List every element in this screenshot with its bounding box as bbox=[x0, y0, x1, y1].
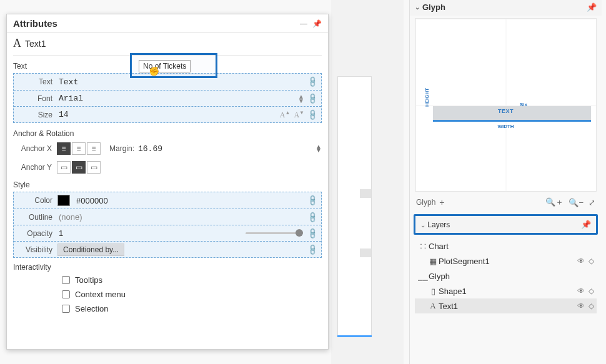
zoom-fit-icon[interactable]: ⤢ bbox=[589, 198, 595, 207]
visibility-toggle-icon[interactable]: 👁 bbox=[577, 287, 585, 295]
margin-label: Margin: bbox=[109, 144, 134, 153]
prop-visibility-row[interactable]: Visibility Conditioned by... 🔗 bbox=[14, 241, 321, 257]
prop-visibility-label: Visibility bbox=[14, 245, 57, 254]
link-icon[interactable]: 🔗 bbox=[306, 243, 319, 256]
prop-outline-row[interactable]: Outline (none) 🔗 bbox=[14, 209, 321, 225]
prop-opacity-row[interactable]: Opacity 1 🔗 bbox=[14, 225, 321, 241]
context-menu-label: Context menu bbox=[75, 290, 126, 299]
color-swatch[interactable] bbox=[57, 195, 70, 206]
erase-icon[interactable]: ◇ bbox=[589, 302, 594, 310]
layer-row-glyph[interactable]: ⎯⎯Glyph bbox=[415, 268, 597, 283]
minimize-icon[interactable]: — bbox=[300, 19, 307, 28]
zoom-out-icon[interactable]: 🔍− bbox=[569, 198, 584, 207]
layer-row-chart[interactable]: ⸬Chart bbox=[415, 239, 597, 253]
pin-icon[interactable]: 📌 bbox=[587, 2, 597, 12]
prop-size-label: Size bbox=[14, 111, 57, 119]
zoom-in-icon[interactable]: 🔍＋ bbox=[545, 197, 564, 208]
anchor-x-left-button[interactable]: ≡ bbox=[57, 142, 71, 155]
chevron-down-icon[interactable]: ⌄ bbox=[420, 222, 425, 229]
anchor-x-label: Anchor X bbox=[13, 144, 57, 153]
link-icon[interactable]: 🔗 bbox=[306, 108, 319, 121]
prop-outline-label: Outline bbox=[14, 213, 57, 222]
plot-card bbox=[337, 76, 372, 336]
grid-icon: ▦ bbox=[427, 257, 439, 266]
glyph-toolbar: Glyph + 🔍＋ 🔍− ⤢ bbox=[410, 195, 602, 212]
link-icon[interactable]: 🔗 bbox=[306, 194, 319, 207]
erase-icon[interactable]: ◇ bbox=[589, 287, 594, 295]
glyph-icon: ⎯⎯ bbox=[417, 272, 429, 281]
prop-opacity-value[interactable]: 1 bbox=[57, 229, 233, 238]
pin-icon[interactable]: 📌 bbox=[312, 19, 322, 28]
layer-name: Chart bbox=[429, 242, 594, 251]
visibility-toggle-icon[interactable]: 👁 bbox=[577, 302, 585, 310]
layer-row-text1[interactable]: AText1👁◇ bbox=[415, 298, 597, 313]
tooltips-checkbox-row[interactable]: Tooltips bbox=[7, 273, 328, 287]
margin-stepper-icon[interactable]: ▲▼ bbox=[315, 145, 322, 152]
chevron-down-icon[interactable]: ⌄ bbox=[415, 4, 420, 11]
layer-name: Text1 bbox=[439, 302, 577, 311]
prop-font-value[interactable]: Arial bbox=[57, 94, 298, 103]
anchor-x-center-button[interactable]: ≡ bbox=[72, 142, 86, 155]
text-icon: A bbox=[427, 301, 439, 311]
glyph-toolbar-label: Glyph bbox=[416, 198, 435, 207]
font-size-up-icon[interactable]: A▲ bbox=[280, 110, 291, 120]
opacity-slider[interactable] bbox=[246, 232, 302, 234]
drag-hint-tooltip: No of Tickets bbox=[139, 60, 191, 72]
prop-text-value[interactable]: Text bbox=[57, 77, 308, 87]
anchor-y-bottom-button[interactable]: ▭ bbox=[87, 161, 101, 174]
rect-icon: ▯ bbox=[427, 287, 439, 296]
prop-font-row[interactable]: Font Arial ▲▼ 🔗 bbox=[14, 90, 321, 106]
context-menu-checkbox-row[interactable]: Context menu bbox=[7, 287, 328, 302]
section-interactivity: Interactivity bbox=[7, 259, 328, 273]
link-icon[interactable]: 🔗 bbox=[306, 92, 319, 105]
visibility-toggle-icon[interactable]: 👁 bbox=[577, 257, 585, 265]
erase-icon[interactable]: ◇ bbox=[589, 257, 594, 265]
font-size-down-icon[interactable]: A▼ bbox=[294, 110, 304, 120]
prop-size-value[interactable]: 14 bbox=[57, 110, 280, 119]
prop-color-value[interactable]: #000000 bbox=[75, 196, 308, 205]
checkbox-icon[interactable] bbox=[62, 290, 70, 298]
selection-checkbox-row[interactable]: Selection bbox=[7, 302, 328, 316]
glyph-panel-header: ⌄ Glyph 📌 bbox=[410, 0, 602, 16]
chart-canvas[interactable] bbox=[331, 0, 404, 364]
anchor-y-top-button[interactable]: ▭ bbox=[57, 161, 71, 174]
link-icon[interactable]: 🔗 bbox=[306, 227, 319, 240]
chart-icon: ⸬ bbox=[417, 241, 429, 251]
prop-color-row[interactable]: Color #000000 🔗 bbox=[14, 192, 321, 209]
glyph-label-text: TEXT bbox=[415, 108, 596, 114]
prop-text-label: Text bbox=[14, 77, 57, 86]
text-props-group: Text Text 🔗 Font Arial ▲▼ 🔗 Size 14 A▲ A… bbox=[13, 73, 322, 123]
add-glyph-button[interactable]: + bbox=[439, 197, 444, 207]
glyph-canvas[interactable]: Six TEXT WIDTH HEIGHT bbox=[415, 18, 597, 192]
prop-size-row[interactable]: Size 14 A▲ A▼ 🔗 bbox=[14, 106, 321, 122]
layers-panel-header: ⌄ Layers 📌 bbox=[414, 214, 598, 235]
prop-color-label: Color bbox=[14, 196, 57, 205]
visibility-condition-button[interactable]: Conditioned by... bbox=[57, 243, 124, 256]
link-icon[interactable]: 🔗 bbox=[306, 210, 319, 224]
margin-value[interactable]: 16.69 bbox=[138, 144, 162, 154]
glyph-label-height: HEIGHT bbox=[424, 88, 430, 107]
anchor-x-right-button[interactable]: ≡ bbox=[87, 142, 101, 155]
layer-name: Shape1 bbox=[439, 287, 577, 296]
style-props-group: Color #000000 🔗 Outline (none) 🔗 Opacity… bbox=[13, 192, 322, 258]
selected-object-row[interactable]: A Text1 bbox=[7, 33, 328, 55]
layer-name: Glyph bbox=[429, 272, 594, 281]
canvas-baseline bbox=[337, 335, 372, 337]
checkbox-icon[interactable] bbox=[62, 305, 70, 313]
checkbox-icon[interactable] bbox=[62, 276, 70, 284]
prop-font-label: Font bbox=[14, 94, 57, 103]
glyph-label-width: WIDTH bbox=[415, 124, 596, 129]
selected-object-name: Text1 bbox=[25, 39, 46, 49]
text-icon: A bbox=[13, 37, 21, 50]
layer-row-shape1[interactable]: ▯Shape1👁◇ bbox=[415, 283, 597, 298]
anchor-x-row: Anchor X ≡ ≡ ≡ Margin: 16.69 ▲▼ bbox=[7, 139, 328, 158]
anchor-y-middle-button[interactable]: ▭ bbox=[72, 161, 86, 174]
prop-outline-value[interactable]: (none) bbox=[57, 212, 308, 222]
link-icon[interactable]: 🔗 bbox=[306, 76, 319, 89]
grab-cursor-icon: ✊ bbox=[149, 66, 159, 76]
pin-icon[interactable]: 📌 bbox=[581, 220, 591, 229]
selection-label: Selection bbox=[75, 304, 108, 313]
layer-row-plotsegment1[interactable]: ▦PlotSegment1👁◇ bbox=[415, 253, 597, 268]
section-anchor: Anchor & Rotation bbox=[7, 125, 328, 139]
font-stepper-icon[interactable]: ▲▼ bbox=[298, 94, 304, 103]
